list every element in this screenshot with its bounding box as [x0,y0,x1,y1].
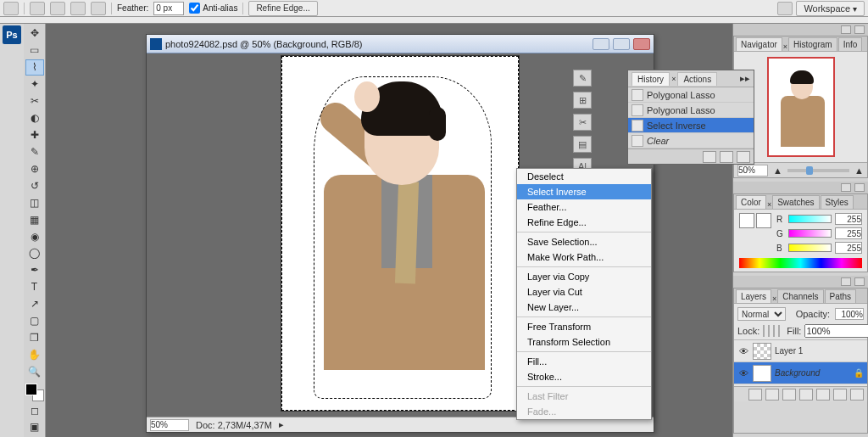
navigator-thumbnail[interactable] [767,57,835,157]
lock-pixels-icon[interactable] [768,325,770,337]
fx-icon[interactable] [765,389,779,401]
zoom-slider[interactable] [787,169,849,172]
r-slider[interactable] [788,215,832,223]
nav-zoom-input[interactable] [737,165,768,176]
visibility-icon[interactable]: 👁 [737,367,749,379]
chevron-right-icon[interactable]: ▸ [279,419,284,430]
tab-history[interactable]: History [632,72,670,86]
tab-swatches[interactable]: Swatches [772,195,819,209]
tab-paths[interactable]: Paths [825,289,857,303]
canvas[interactable] [281,55,520,412]
selection-intersect-icon[interactable] [91,2,106,15]
lock-all-icon[interactable] [778,325,780,337]
pen-tool-icon[interactable]: ✒ [25,262,44,278]
history-row[interactable]: Select Inverse [628,118,754,133]
gradient-tool-icon[interactable]: ▦ [25,211,44,227]
window-titlebar[interactable]: photo924082.psd @ 50% (Background, RGB/8… [147,35,654,53]
crop-tool-icon[interactable]: ✂ [25,93,44,109]
heal-tool-icon[interactable]: ✚ [25,127,44,143]
fill-input[interactable] [804,324,868,338]
visibility-icon[interactable]: 👁 [737,345,749,357]
link-icon[interactable] [748,389,762,401]
brush-tool-icon[interactable]: ✎ [25,143,44,160]
history-row[interactable]: Polygonal Lasso [628,87,754,103]
fgbg-swatch[interactable] [25,384,44,401]
menu-item[interactable]: Transform Selection [517,334,651,350]
zoom-out-icon[interactable]: ▲ [773,165,782,176]
g-slider[interactable] [788,229,832,238]
menu-item[interactable]: Save Selection... [517,234,651,249]
tab-channels[interactable]: Channels [777,289,823,303]
tab-navigator[interactable]: Navigator [736,37,782,51]
lock-position-icon[interactable] [773,325,775,337]
history-row[interactable]: Clear [628,133,754,148]
minimize-button[interactable] [593,38,609,50]
layer-row[interactable]: 👁Background🔒 [734,362,867,384]
tab-actions[interactable]: Actions [677,72,717,86]
tab-color[interactable]: Color [736,195,766,209]
eyedropper-tool-icon[interactable]: ◐ [25,110,44,126]
close-icon[interactable] [854,25,865,34]
blur-tool-icon[interactable]: ◉ [25,228,44,244]
menu-item[interactable]: Fill... [517,354,651,369]
group-icon[interactable] [816,389,830,401]
history-snapshot-icon[interactable] [720,151,733,163]
trash-icon[interactable] [850,389,864,401]
lasso-tool-preset-icon[interactable] [3,2,19,15]
opacity-input[interactable] [835,308,864,320]
close-button[interactable] [633,38,650,50]
history-row[interactable]: Polygonal Lasso [628,103,754,118]
menu-item[interactable]: Free Transform [517,319,651,334]
workspace-menu[interactable]: Workspace ▾ [796,1,865,16]
layer-comps-dock-icon[interactable]: ▤ [573,136,592,153]
antialias-checkbox[interactable]: Anti-alias [189,3,237,14]
close-tab-icon[interactable]: × [671,75,676,83]
eraser-tool-icon[interactable]: ◫ [25,194,44,210]
refine-edge-button[interactable]: Refine Edge... [248,1,317,16]
tab-info[interactable]: Info [838,37,863,51]
clone-dock-icon[interactable]: ⊞ [573,92,592,109]
zoom-in-icon[interactable]: ▲ [854,165,864,176]
close-icon[interactable] [854,183,865,192]
layer-thumbnail[interactable] [753,343,771,360]
menu-item[interactable]: Layer via Copy [517,269,651,284]
selection-new-icon[interactable] [30,2,45,15]
zoom-tool-icon[interactable]: 🔍 [25,363,44,379]
tab-styles[interactable]: Styles [821,195,854,209]
history-brush-icon[interactable]: ↺ [25,177,44,193]
tab-layers[interactable]: Layers [736,289,771,303]
menu-item[interactable]: Feather... [517,199,651,215]
menu-item[interactable]: Refine Edge... [517,215,651,230]
minimize-icon[interactable] [841,277,851,286]
close-icon[interactable] [854,277,865,286]
menu-item[interactable]: Make Work Path... [517,249,651,265]
path-tool-icon[interactable]: ↗ [25,296,44,312]
stamp-tool-icon[interactable]: ⊕ [25,160,44,176]
wand-tool-icon[interactable]: ✦ [25,76,44,92]
blend-mode-select[interactable]: Normal [737,307,786,321]
r-input[interactable] [835,213,862,225]
move-tool-icon[interactable]: ✥ [25,25,44,42]
history-new-doc-icon[interactable] [703,151,716,163]
feather-input[interactable] [153,2,184,15]
shape-tool-icon[interactable]: ▢ [25,313,44,329]
layer-thumbnail[interactable] [753,365,771,382]
workspace-icon[interactable] [777,2,793,15]
maximize-button[interactable] [613,38,630,50]
lasso-tool-icon[interactable]: ⌇ [25,59,44,76]
quickmask-icon[interactable]: ◻ [25,402,44,418]
minimize-icon[interactable] [841,183,851,192]
g-input[interactable] [835,227,862,239]
menu-item[interactable]: New Layer... [517,300,651,315]
zoom-input[interactable] [150,419,189,431]
selection-subtract-icon[interactable] [70,2,86,15]
menu-item[interactable]: Layer via Cut [517,284,651,300]
minimize-icon[interactable] [841,25,851,34]
b-slider[interactable] [788,244,832,252]
layer-row[interactable]: 👁Layer 1 [734,340,867,362]
dodge-tool-icon[interactable]: ◯ [25,245,44,261]
bg-swatch[interactable] [756,213,771,228]
marquee-tool-icon[interactable]: ▭ [25,42,44,59]
menu-item[interactable]: Select Inverse [517,184,651,199]
screenmode-icon[interactable]: ▣ [25,419,44,435]
